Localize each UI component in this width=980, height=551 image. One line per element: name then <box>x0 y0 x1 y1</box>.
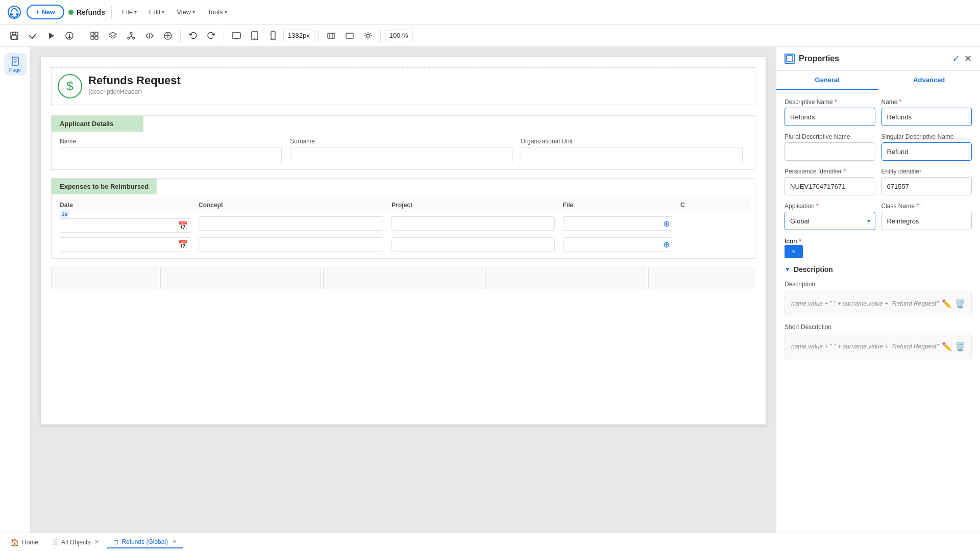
plural-name-input[interactable] <box>785 142 875 161</box>
form-header-text: Refunds Request {descriptionHeader} <box>88 74 181 95</box>
row1-project-input[interactable] <box>391 216 554 231</box>
name-prop-input[interactable] <box>881 108 972 126</box>
check-button[interactable] <box>24 28 41 44</box>
undo-button[interactable] <box>185 28 201 44</box>
properties-panel: Properties ✓ ✕ General Advanced Descript… <box>776 47 980 533</box>
row2-project-input[interactable] <box>391 237 554 252</box>
descriptive-name-field: Descriptive Name * <box>785 98 875 126</box>
class-name-input[interactable] <box>881 212 972 230</box>
description-actions: ✏️ 🗑️ <box>942 299 965 309</box>
org-unit-input[interactable] <box>521 147 743 163</box>
js-badge: Js <box>60 210 69 218</box>
persistence-id-input[interactable] <box>785 177 875 195</box>
tablet-view-button[interactable] <box>247 28 263 44</box>
row1-file-input[interactable]: ⊕ <box>563 216 673 231</box>
tools-chevron-icon: ▾ <box>225 9 227 15</box>
tab-home-label: Home <box>22 539 38 546</box>
properties-confirm-button[interactable]: ✓ <box>952 53 960 64</box>
svg-rect-5 <box>12 36 17 39</box>
row1-file-cell: ⊕ <box>559 212 677 235</box>
api-button[interactable] <box>160 28 176 44</box>
deploy-button[interactable] <box>61 28 78 44</box>
new-button[interactable]: + New <box>27 5 64 19</box>
svg-marker-6 <box>49 33 54 39</box>
row2-concept-input[interactable] <box>199 237 383 252</box>
short-description-edit-icon[interactable]: ✏️ <box>942 342 952 352</box>
tab-all-objects[interactable]: ☰ All Objects ✕ <box>46 537 105 548</box>
svg-point-12 <box>130 32 132 34</box>
edit-menu[interactable]: Edit ▾ <box>145 6 168 18</box>
row1-date-input[interactable]: 📅 <box>60 218 190 233</box>
row2-file-input[interactable]: ⊕ <box>563 237 673 252</box>
tab-home[interactable]: 🏠 Home <box>4 536 44 548</box>
prop-row-names: Descriptive Name * Name * <box>785 98 972 126</box>
description-delete-icon[interactable]: 🗑️ <box>955 299 965 309</box>
expenses-table: Date Concept Project File C <box>56 198 751 254</box>
entity-id-input[interactable] <box>881 177 972 195</box>
description-edit-icon[interactable]: ✏️ <box>942 299 952 309</box>
sidebar-item-page[interactable]: Page <box>4 53 27 76</box>
view-menu[interactable]: View ▾ <box>173 6 199 18</box>
properties-close-button[interactable]: ✕ <box>964 53 972 64</box>
save-button[interactable] <box>6 28 22 44</box>
mobile-view-button[interactable] <box>265 28 281 44</box>
settings-button[interactable] <box>360 28 376 44</box>
table-row: 📅 <box>56 235 751 254</box>
run-button[interactable] <box>43 28 59 44</box>
container-button[interactable] <box>341 28 358 44</box>
top-navbar: + New Refunds File ▾ Edit ▾ View ▾ Tools… <box>0 0 980 24</box>
row1-concept-input[interactable] <box>199 216 383 231</box>
row2-date-input[interactable]: 📅 <box>60 237 190 252</box>
short-description-delete-icon[interactable]: 🗑️ <box>955 342 965 352</box>
toolbar-sep-3 <box>224 30 224 42</box>
layers-button[interactable] <box>105 28 121 44</box>
icon-label: Icon * <box>785 237 801 245</box>
surname-field: Surname <box>286 138 516 163</box>
tab-all-objects-close[interactable]: ✕ <box>94 539 99 545</box>
properties-tabs: General Advanced <box>776 71 980 90</box>
application-select[interactable]: Global Local Custom <box>785 212 875 230</box>
current-tab-indicator: Refunds <box>68 8 105 16</box>
icon-preview[interactable]: ≡ <box>785 245 803 258</box>
tab-advanced[interactable]: Advanced <box>878 71 981 90</box>
svg-point-2 <box>16 13 18 15</box>
surname-input[interactable] <box>290 147 512 163</box>
breakpoint-button[interactable] <box>323 28 339 44</box>
redo-button[interactable] <box>203 28 219 44</box>
bottom-cell-4 <box>485 267 646 289</box>
components-button[interactable] <box>86 28 103 44</box>
svg-rect-22 <box>346 33 353 38</box>
surname-label: Surname <box>290 138 512 145</box>
svg-rect-9 <box>95 32 98 35</box>
org-unit-field: Organizational Unit <box>517 138 747 163</box>
bottom-cell-1 <box>51 267 158 289</box>
tab-all-objects-label: All Objects <box>61 539 90 546</box>
tab-refunds-global[interactable]: ◻ Refunds (Global) ✕ <box>107 536 183 548</box>
description-section: ▼ Description Description name.value + "… <box>785 265 972 359</box>
tools-menu[interactable]: Tools ▾ <box>203 6 231 18</box>
singular-name-label: Singular Descriptive Name <box>881 133 972 140</box>
main-area: Page $ Refunds Request {descriptionHeade… <box>0 47 980 533</box>
applicant-fields-row: Name Surname Organizational Unit <box>52 132 755 169</box>
col-concept: Concept <box>194 198 387 212</box>
description-section-header[interactable]: ▼ Description <box>785 265 972 273</box>
refunds-tab-icon: ◻ <box>113 538 118 545</box>
prop-row-plural-singular: Plural Descriptive Name Singular Descrip… <box>785 133 972 161</box>
app-logo <box>6 4 22 20</box>
file-menu[interactable]: File ▾ <box>118 6 141 18</box>
tab-general[interactable]: General <box>776 71 878 90</box>
descriptive-name-input[interactable] <box>785 108 875 126</box>
tab-refunds-close[interactable]: ✕ <box>172 538 177 545</box>
zoom-indicator[interactable]: 100 % <box>385 30 413 41</box>
current-tab-label: Refunds <box>77 8 105 16</box>
tree-button[interactable] <box>123 28 139 44</box>
bottom-tabs-bar: 🏠 Home ☰ All Objects ✕ ◻ Refunds (Global… <box>0 533 980 551</box>
code-button[interactable] <box>141 28 158 44</box>
col-date: Date <box>56 198 194 212</box>
row1-concept-cell <box>194 212 387 235</box>
edit-menu-label: Edit <box>149 8 160 16</box>
singular-name-input[interactable] <box>881 142 972 161</box>
singular-name-field: Singular Descriptive Name <box>881 133 972 161</box>
desktop-view-button[interactable] <box>228 28 244 44</box>
name-input[interactable] <box>60 147 282 163</box>
